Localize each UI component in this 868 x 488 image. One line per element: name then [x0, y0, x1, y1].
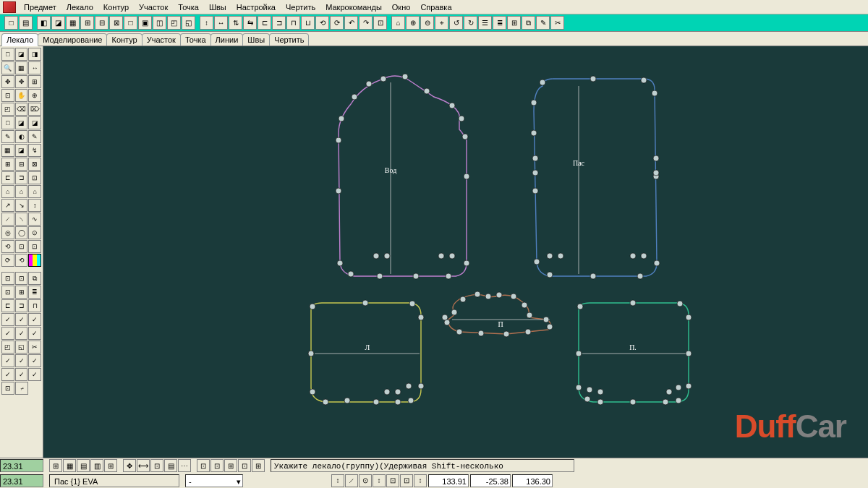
lt-54[interactable]: ⊐ [15, 299, 28, 312]
lt-32[interactable]: ⌂ [28, 185, 41, 198]
top-tool-21[interactable]: ⟲ [315, 16, 329, 30]
lt-12[interactable]: ◰ [1, 103, 14, 116]
top-tool-1[interactable]: ▤ [19, 16, 33, 30]
bt1-1[interactable]: ▦ [63, 459, 76, 472]
drawing-canvas[interactable]: Вод Пас Л [43, 46, 868, 458]
menu-item-tochka[interactable]: Точка [173, 1, 204, 13]
lt-11[interactable]: ⊕ [28, 89, 41, 102]
color-swatch-icon[interactable] [28, 254, 41, 267]
lt-22[interactable]: ◪ [15, 144, 28, 157]
top-tool-10[interactable]: ◫ [153, 16, 166, 30]
lt-34[interactable]: ↘ [15, 199, 28, 212]
menu-item-lekalo[interactable]: Лекало [61, 1, 98, 13]
top-tool-22[interactable]: ⟳ [330, 16, 344, 30]
lt-9[interactable]: ⊡ [1, 89, 14, 102]
top-tool-0[interactable]: □ [4, 16, 18, 30]
shape-vod[interactable] [339, 76, 467, 276]
shape-p[interactable] [579, 303, 689, 402]
tab-tochka[interactable]: Точка [180, 33, 211, 46]
top-tool-35[interactable]: ⧉ [522, 16, 535, 30]
bt1-7[interactable]: ⊡ [150, 459, 163, 472]
dropdown-selector[interactable]: - [185, 474, 243, 487]
bt1-0[interactable]: ⊞ [49, 459, 62, 472]
lt-27[interactable]: ⊏ [1, 171, 14, 184]
bt1-3[interactable]: ▥ [90, 459, 103, 472]
lt-8[interactable]: ⊞ [28, 75, 41, 88]
lt-36[interactable]: ⟋ [1, 213, 14, 226]
top-tool-34[interactable]: ⊞ [507, 16, 521, 30]
top-tool-27[interactable]: ⊕ [406, 16, 420, 30]
top-tool-9[interactable]: ▣ [138, 16, 152, 30]
top-tool-25[interactable]: ⊡ [373, 16, 387, 30]
lt-0[interactable]: □ [1, 48, 14, 61]
num-field-y[interactable]: -25.38 [470, 474, 511, 487]
lt-64[interactable]: ✂ [28, 341, 41, 354]
lt-38[interactable]: ∿ [28, 213, 41, 226]
shape-l[interactable] [311, 303, 421, 402]
lt-46[interactable]: ⟲ [15, 254, 28, 267]
top-tool-16[interactable]: ⇆ [243, 16, 257, 30]
bt2-3[interactable]: ↕ [373, 474, 386, 487]
bt1-12[interactable]: ⊞ [224, 459, 237, 472]
lt-60[interactable]: ✓ [15, 327, 28, 340]
tab-lekalo[interactable]: Лекало [1, 33, 38, 46]
menu-item-predmet[interactable]: Предмет [19, 1, 61, 13]
tab-kontur[interactable]: Контур [106, 33, 142, 46]
bt2-6[interactable]: ↕ [414, 474, 427, 487]
menu-item-okno[interactable]: Окно [387, 1, 416, 13]
top-tool-17[interactable]: ⊏ [258, 16, 271, 30]
num-field-z[interactable]: 136.30 [512, 474, 553, 487]
top-tool-15[interactable]: ⇅ [229, 16, 242, 30]
lt-24[interactable]: ⊞ [1, 158, 14, 171]
lt-41[interactable]: ⊙ [28, 226, 41, 239]
bt1-5[interactable]: ✥ [123, 459, 136, 472]
lt-6[interactable]: ✥ [1, 75, 14, 88]
lt-55[interactable]: ⊓ [28, 299, 41, 312]
lt-47[interactable]: ⊡ [1, 272, 14, 285]
bt1-10[interactable]: ⊡ [197, 459, 210, 472]
lt-20[interactable]: ✎ [28, 130, 41, 143]
top-tool-18[interactable]: ⊐ [272, 16, 286, 30]
tab-linii[interactable]: Линии [210, 33, 244, 46]
lt-21[interactable]: ▦ [1, 144, 14, 157]
top-tool-29[interactable]: ⌖ [435, 16, 448, 30]
lt-2[interactable]: ◨ [28, 48, 41, 61]
lt-25[interactable]: ⊟ [15, 158, 28, 171]
lt-29[interactable]: ⊡ [28, 171, 41, 184]
lt-70[interactable]: ✓ [28, 368, 41, 381]
shape-pas[interactable] [534, 79, 657, 276]
num-field-x[interactable]: 133.91 [428, 474, 469, 487]
lt-71[interactable]: ⊡ [1, 382, 14, 395]
lt-62[interactable]: ◰ [1, 341, 14, 354]
lt-58[interactable]: ✓ [28, 313, 41, 326]
lt-53[interactable]: ⊏ [1, 299, 14, 312]
lt-28[interactable]: ⊐ [15, 171, 28, 184]
top-tool-36[interactable]: ✎ [536, 16, 550, 30]
menu-item-nastroika[interactable]: Настройка [231, 1, 281, 13]
lt-72[interactable]: ⌿ [15, 382, 28, 395]
bt1-8[interactable]: ▤ [164, 459, 177, 472]
top-tool-19[interactable]: ⊓ [286, 16, 300, 30]
top-tool-13[interactable]: ↕ [200, 16, 213, 30]
menu-item-kontur[interactable]: Контур [98, 1, 134, 13]
lt-26[interactable]: ⊠ [28, 158, 41, 171]
bt2-0[interactable]: ↕ [331, 474, 344, 487]
menu-item-shvy[interactable]: Швы [204, 1, 231, 13]
lt-43[interactable]: ⊡ [15, 240, 28, 253]
bt1-6[interactable]: ⟷ [137, 459, 150, 472]
lt-13[interactable]: ⌫ [15, 103, 28, 116]
top-tool-5[interactable]: ⊞ [80, 16, 94, 30]
lt-52[interactable]: ≣ [28, 286, 41, 299]
top-tool-37[interactable]: ✂ [550, 16, 564, 30]
top-tool-30[interactable]: ↺ [449, 16, 463, 30]
lt-37[interactable]: ⟍ [15, 213, 28, 226]
lt-4[interactable]: ▦ [15, 61, 28, 74]
bt1-9[interactable]: ⋯ [178, 459, 191, 472]
top-tool-26[interactable]: ⌂ [391, 16, 405, 30]
lt-14[interactable]: ⌦ [28, 103, 41, 116]
lt-23[interactable]: ↯ [28, 144, 41, 157]
lt-35[interactable]: ↕ [28, 199, 41, 212]
lt-5[interactable]: ↔ [28, 61, 41, 74]
lt-40[interactable]: ◯ [15, 226, 28, 239]
menu-item-uchastok[interactable]: Участок [134, 1, 173, 13]
